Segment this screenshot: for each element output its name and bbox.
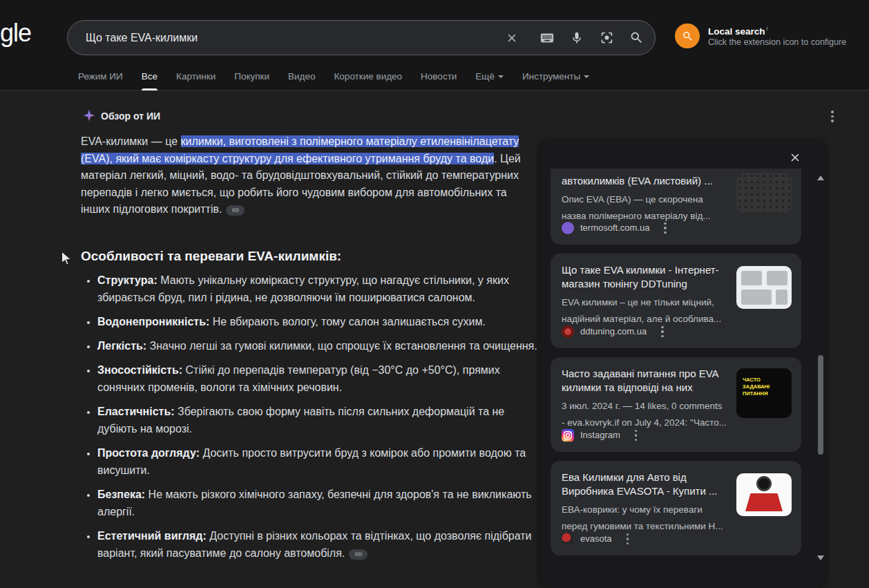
- tab-shopping[interactable]: Покупки: [234, 71, 269, 91]
- local-search-extension-icon[interactable]: [675, 23, 700, 48]
- termosoft-favicon: [562, 222, 574, 234]
- features-heading: Особливості та переваги EVA-килимків:: [81, 249, 341, 264]
- source-cards-list: автокилимків (EVA листовий) ... Опис EVA…: [551, 169, 801, 582]
- chevron-down-icon: [584, 75, 589, 78]
- card-source-name: termosoft.com.ua: [580, 222, 649, 233]
- list-item: Водонепроникність: Не вбирають вологу, т…: [97, 313, 538, 330]
- list-item: Структура: Мають унікальну коміркасту ст…: [97, 272, 538, 306]
- intro-before: EVA-килимки — це: [81, 135, 181, 147]
- source-card-instagram[interactable]: Часто задавані питання про EVA килимки т…: [551, 357, 801, 452]
- tab-short-videos[interactable]: Короткие видео: [334, 71, 403, 91]
- card-source-row: ddtuning.com.ua: [562, 323, 667, 341]
- scroll-down-arrow[interactable]: [817, 556, 824, 560]
- list-item: Зносостійкість: Стійкі до перепадів темп…: [97, 361, 538, 396]
- extension-title: Local searchi: [708, 25, 768, 37]
- card-more-options-button[interactable]: [624, 531, 632, 548]
- google-search-page: Google: [0, 0, 869, 588]
- google-logo[interactable]: Google: [0, 18, 31, 48]
- card-more-options-button[interactable]: [632, 427, 640, 444]
- card-thumbnail[interactable]: [736, 173, 792, 213]
- list-item: Безпека: Не мають різкого хімічного запа…: [97, 486, 538, 520]
- card-title[interactable]: Часто задавані питання про EVA килимки т…: [562, 367, 723, 395]
- card-thumbnail[interactable]: ЧАСТО ЗАДАВАНІ ПИТАННЯ: [736, 368, 792, 418]
- ddtuning-favicon: [562, 325, 574, 338]
- card-source-row: termosoft.com.ua: [562, 220, 669, 237]
- extension-info-superscript: i: [767, 25, 768, 32]
- card-title[interactable]: Що таке EVA килимки - Інтернет-магазин т…: [562, 263, 723, 291]
- scroll-up-arrow[interactable]: [817, 176, 824, 180]
- sources-side-panel: автокилимків (EVA листовий) ... Опис EVA…: [539, 140, 827, 588]
- card-source-row: evasota: [562, 531, 631, 548]
- ai-sparkle-icon: [82, 108, 96, 122]
- mouse-cursor: [59, 251, 73, 266]
- card-title[interactable]: автокилимків (EVA листовий) ...: [562, 174, 723, 188]
- search-submit-icon[interactable]: [629, 30, 644, 46]
- card-source-row: Instagram: [562, 427, 640, 444]
- extension-subtitle: Click the extension icon to configure: [708, 37, 846, 47]
- source-link-chip[interactable]: [226, 205, 245, 216]
- card-more-options-button[interactable]: [658, 323, 667, 341]
- tab-tools[interactable]: Инструменты: [522, 71, 589, 91]
- list-item: Легкість: Значно легші за гумові килимки…: [97, 337, 538, 354]
- tab-all[interactable]: Все: [142, 71, 157, 91]
- card-source-name: ddtuning.com.ua: [580, 326, 647, 336]
- chevron-down-icon: [498, 75, 504, 78]
- results-tabs: Режим ИИ Все Картинки Покупки Видео Коро…: [78, 0, 589, 91]
- source-card-ddtuning[interactable]: Що таке EVA килимки - Інтернет-магазин т…: [551, 254, 801, 348]
- close-icon[interactable]: [787, 149, 803, 166]
- list-item: Простота догляду: Досить просто витрусит…: [97, 444, 538, 479]
- source-card-termosoft[interactable]: автокилимків (EVA листовий) ... Опис EVA…: [551, 169, 801, 245]
- card-source-name: evasota: [580, 533, 612, 544]
- card-thumbnail[interactable]: [736, 473, 792, 516]
- source-link-chip[interactable]: [349, 549, 367, 560]
- card-thumbnail[interactable]: [736, 266, 792, 309]
- tab-news[interactable]: Новости: [421, 71, 457, 91]
- tab-videos[interactable]: Видео: [288, 71, 315, 91]
- list-item: Еластичність: Зберігають свою форму наві…: [97, 403, 538, 437]
- evasota-favicon: [562, 533, 574, 545]
- tab-more[interactable]: Ещё: [475, 71, 504, 91]
- overview-more-options-button[interactable]: [828, 108, 837, 125]
- search-header: Google: [0, 0, 869, 91]
- thumbnail-text: ЧАСТО ЗАДАВАНІ ПИТАННЯ: [743, 377, 779, 397]
- tab-ai-mode[interactable]: Режим ИИ: [78, 71, 123, 91]
- source-card-evasota[interactable]: Ева Килимки для Авто від Виробника EVASO…: [551, 461, 801, 556]
- card-title[interactable]: Ева Килимки для Авто від Виробника EVASO…: [562, 471, 723, 498]
- tab-images[interactable]: Картинки: [176, 71, 216, 91]
- list-item: Естетичний вигляд: Доступні в різних кол…: [97, 527, 538, 562]
- lens-search-icon[interactable]: [599, 30, 614, 46]
- card-more-options-button[interactable]: [661, 220, 669, 237]
- ai-overview-paragraph: EVA-килимки — це килимки, виготовлені з …: [81, 133, 535, 218]
- features-list: Структура: Мають унікальну коміркасту ст…: [81, 272, 538, 569]
- instagram-icon: [562, 429, 574, 442]
- ai-overview-label: Обзор от ИИ: [101, 111, 160, 122]
- card-source-name: Instagram: [580, 430, 620, 440]
- scrollbar-thumb[interactable]: [818, 355, 823, 455]
